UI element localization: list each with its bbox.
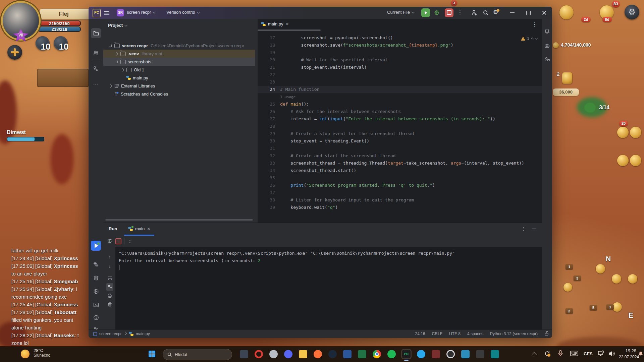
soft-wrap-icon[interactable] (106, 275, 113, 282)
tray-network-icon[interactable] (598, 350, 605, 358)
line-number[interactable]: 24 (258, 86, 275, 93)
start-button[interactable] (149, 351, 156, 358)
ai-assistant-icon[interactable] (544, 43, 550, 50)
console-output[interactable]: "C:\Users\Dominik\PycharmProjects\screen… (115, 247, 542, 330)
weather-widget[interactable]: 28°C Slunečno (34, 348, 50, 358)
taskbar-app-maroon-app[interactable] (432, 350, 440, 358)
tray-notification-bell-icon[interactable] (638, 351, 644, 358)
taskbar-app-chrome[interactable] (373, 350, 381, 358)
hide-panel-icon[interactable] (532, 229, 536, 229)
line-number[interactable]: 37 (258, 189, 275, 196)
project-tree-item--venv[interactable]: .venvlibrary root (103, 50, 255, 58)
taskbar-app-steam[interactable] (328, 350, 337, 358)
taskbar-app-gray-app[interactable] (269, 350, 278, 358)
project-tree-item-main-py[interactable]: main.py (103, 74, 255, 82)
map-icon-1[interactable] (596, 264, 605, 274)
run-panel-title[interactable]: Run (109, 226, 117, 231)
scroll-to-end-icon[interactable] (106, 283, 113, 291)
notifications-icon[interactable] (544, 28, 550, 35)
status-item-crlf[interactable]: CRLF (429, 331, 446, 336)
line-number[interactable]: 25 (258, 101, 275, 108)
status-item-4-spaces[interactable]: 4 spaces (464, 331, 487, 336)
close-button[interactable] (536, 7, 552, 19)
project-tree-item-old-1[interactable]: Old 1 (103, 66, 255, 74)
run-anything-icon[interactable] (91, 286, 101, 296)
line-number[interactable]: 26 (258, 108, 275, 115)
line-number[interactable]: 23 (258, 78, 275, 86)
run-config-selector[interactable]: Current File (387, 10, 414, 15)
line-number[interactable]: 28 (258, 123, 275, 130)
taskbar-app-folder[interactable] (299, 350, 307, 358)
line-number[interactable]: 39 (258, 204, 275, 211)
debug-button[interactable] (433, 9, 440, 16)
weather-icon[interactable] (21, 350, 30, 358)
project-tool-icon[interactable] (91, 28, 101, 38)
event-icon-1[interactable] (559, 5, 574, 19)
project-tree-item-screenshots[interactable]: screenshots (103, 58, 255, 66)
chevron-right-icon[interactable] (109, 84, 112, 87)
side-button-3[interactable] (617, 155, 629, 166)
settings-icon[interactable]: ⚙ (493, 9, 498, 15)
breadcrumb[interactable]: screen recpr main.py (89, 331, 153, 336)
breadcrumb-project[interactable]: screen recpr (99, 331, 122, 336)
run-toolbar-more-icon[interactable]: ⋮ (127, 238, 133, 244)
tab-close-icon[interactable]: ✕ (286, 22, 289, 26)
code-with-me-icon[interactable] (471, 9, 478, 16)
run-tab-main[interactable]: main ✕ (124, 223, 154, 236)
project-tree-item-external-libraries[interactable]: External Libraries (103, 82, 255, 90)
clear-console-icon[interactable] (106, 301, 113, 308)
taskbar-app-word[interactable] (343, 350, 352, 358)
line-number[interactable]: 21 (258, 64, 275, 71)
chevron-right-icon[interactable] (115, 52, 118, 55)
status-item-utf-8[interactable]: UTF-8 (446, 331, 464, 336)
services-icon[interactable] (91, 273, 101, 283)
stop-process-icon[interactable] (115, 238, 121, 244)
chevron-down-icon[interactable] (109, 45, 112, 47)
project-selector[interactable]: screen recpr (127, 10, 155, 15)
code-viewport[interactable]: 17 screenshot = pyautogui.screenshot()18… (258, 34, 542, 223)
problems-icon[interactable] (91, 312, 101, 322)
line-number[interactable]: 17 (258, 34, 275, 42)
side-button-4[interactable] (630, 155, 641, 166)
taskbar-app-vscode[interactable] (461, 350, 470, 358)
taskbar-app-explorer[interactable] (240, 350, 248, 358)
map-icon-4[interactable] (612, 302, 622, 312)
editor-hscroll-thumb[interactable] (258, 29, 321, 31)
tray-volume-icon[interactable] (608, 351, 615, 358)
game-settings-icon[interactable]: ⚙ (625, 5, 639, 19)
line-number[interactable]: 36 (258, 182, 275, 189)
line-number[interactable]: 29 (258, 130, 275, 137)
taskbar-app-telegram[interactable] (417, 350, 425, 358)
editor-options-icon[interactable]: ⋮ (532, 21, 537, 27)
stop-button[interactable] (445, 8, 453, 17)
run-tab-close-icon[interactable]: ✕ (147, 227, 150, 231)
line-number[interactable]: 18 (258, 42, 275, 49)
project-panel-header[interactable]: Project (108, 23, 127, 28)
status-item-python-3-12-screen-recpr-[interactable]: Python 3.12 (screen recpr) (487, 331, 541, 336)
taskbar-app-spotify[interactable] (387, 350, 396, 358)
line-number[interactable]: 38 (258, 196, 275, 204)
tab-main-py[interactable]: main.py ✕ (261, 21, 289, 26)
taskbar-search[interactable]: Hledat (163, 349, 232, 360)
python-console-icon[interactable] (91, 259, 101, 269)
minimize-button[interactable] (504, 7, 520, 19)
prev-problem-icon[interactable] (531, 38, 534, 41)
line-number[interactable]: 20 (258, 56, 275, 64)
line-number[interactable]: 32 (258, 152, 275, 160)
learn-chat-icon[interactable] (544, 56, 550, 63)
next-problem-icon[interactable] (535, 37, 538, 40)
code-with-me-rail-icon[interactable]: ? (91, 48, 101, 58)
tray-clock[interactable]: 19:28 22.07.2024 (619, 348, 636, 360)
add-button[interactable] (7, 45, 22, 60)
down-stack-icon[interactable]: ↓ (106, 262, 113, 270)
line-number[interactable]: 30 (258, 137, 275, 145)
maximize-button[interactable] (520, 7, 536, 19)
tray-expand-icon[interactable] (532, 352, 537, 357)
chevron-right-icon[interactable] (121, 68, 124, 71)
line-number[interactable]: 27 (258, 115, 275, 123)
rerun-icon[interactable] (107, 238, 113, 245)
more-tools-icon[interactable]: … (91, 78, 101, 88)
taskbar-app-opera[interactable] (255, 350, 263, 358)
tray-mic-icon[interactable] (557, 350, 564, 358)
taskbar-app-excel[interactable] (358, 350, 366, 358)
